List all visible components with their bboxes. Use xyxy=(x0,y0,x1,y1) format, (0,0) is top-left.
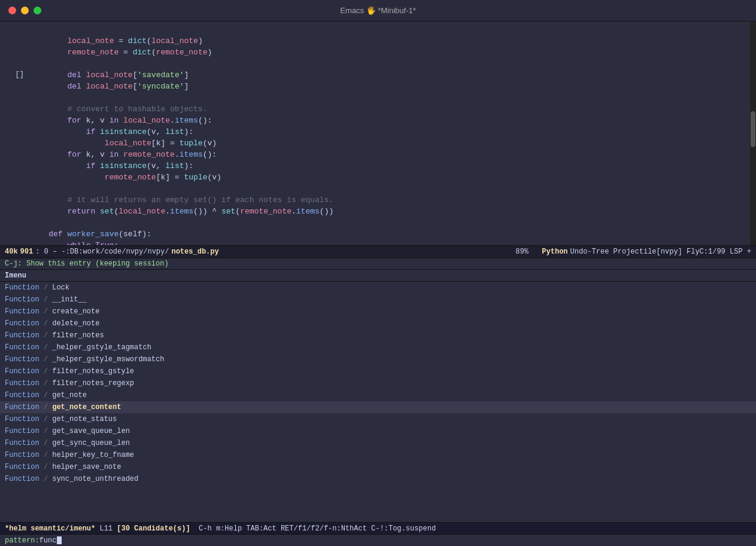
imenu-item-name: get_note_content xyxy=(52,403,121,411)
imenu-item-name: create_note xyxy=(52,307,99,316)
imenu-list-item[interactable]: Function / delete_note xyxy=(0,318,756,330)
imenu-list-item[interactable]: Function / get_save_queue_len xyxy=(0,425,756,437)
main-content: local_note = dict(local_note) remote_not… xyxy=(0,22,756,546)
imenu-item-name: filter_notes_regexp xyxy=(52,379,134,388)
helm-panel[interactable]: Function / LockFunction / __init__Functi… xyxy=(0,282,756,522)
code-line: # convert to hashable objects. xyxy=(0,103,756,115)
imenu-list-item[interactable]: Function / helper_save_note xyxy=(0,461,756,473)
close-button[interactable] xyxy=(8,7,16,14)
scrollbar[interactable] xyxy=(750,22,756,245)
imenu-list-item[interactable]: Function / Lock xyxy=(0,282,756,294)
echo-area: C-j: Show this entry (keeping session) xyxy=(0,258,756,270)
window-title: Emacs 🖐 *Minibuf-1* xyxy=(340,6,416,15)
imenu-list-item[interactable]: Function / get_sync_queue_len xyxy=(0,437,756,449)
imenu-item-name: get_sync_queue_len xyxy=(52,439,130,447)
imenu-item-separator: / xyxy=(40,391,53,399)
imenu-item-name: Lock xyxy=(52,283,69,292)
window-controls xyxy=(8,7,41,14)
helm-header-label: Imenu xyxy=(5,272,26,280)
imenu-item-separator: / xyxy=(40,307,53,316)
code-line: local_note[k] = tuple(v) xyxy=(0,138,756,149)
imenu-item-separator: / xyxy=(40,283,53,292)
imenu-list: Function / LockFunction / __init__Functi… xyxy=(0,282,756,485)
imenu-item-separator: / xyxy=(40,367,53,376)
imenu-item-type: Function xyxy=(5,427,40,435)
imenu-list-item[interactable]: Function / _helper_gstyle_tagmatch xyxy=(0,341,756,353)
imenu-item-type: Function xyxy=(5,331,40,340)
code-line xyxy=(0,183,756,194)
imenu-item-separator: / xyxy=(40,343,53,352)
scrollbar-thumb[interactable] xyxy=(751,111,755,147)
code-line: remote_note[k] = tuple(v) xyxy=(0,172,756,183)
code-line: for k, v in local_note.items(): xyxy=(0,115,756,126)
imenu-item-separator: / xyxy=(40,319,53,328)
cursor xyxy=(57,536,62,544)
imenu-item-separator: / xyxy=(40,355,53,364)
status-spacer2 xyxy=(531,248,539,256)
imenu-item-type: Function xyxy=(5,355,40,364)
imenu-item-name: delete_note xyxy=(52,319,99,328)
code-line: while True: xyxy=(0,240,756,245)
imenu-item-type: Function xyxy=(5,403,40,411)
imenu-item-separator: / xyxy=(40,403,53,411)
editor-area[interactable]: local_note = dict(local_note) remote_not… xyxy=(0,22,756,245)
code-line xyxy=(0,217,756,228)
imenu-list-item[interactable]: Function / __init__ xyxy=(0,294,756,306)
imenu-item-separator: / xyxy=(40,295,53,304)
title-bar: Emacs 🖐 *Minibuf-1* xyxy=(0,0,756,22)
imenu-item-separator: / xyxy=(40,451,53,459)
code-line: if isinstance(v, list): xyxy=(0,126,756,138)
imenu-item-type: Function xyxy=(5,475,40,483)
echo-text: C-j: Show this entry (keeping session) xyxy=(5,260,169,268)
code-line xyxy=(0,58,756,69)
imenu-list-item[interactable]: Function / sync_note_unthreaded xyxy=(0,473,756,485)
code-line: remote_note = dict(remote_note) xyxy=(0,47,756,58)
code-line: [] del local_note['savedate'] xyxy=(0,69,756,81)
imenu-item-type: Function xyxy=(5,367,40,376)
imenu-item-separator: / xyxy=(40,427,53,435)
helm-candidate-count: [30 Candidate(s)] xyxy=(117,524,190,533)
pattern-value: func xyxy=(40,536,57,545)
imenu-list-item[interactable]: Function / filter_notes_gstyle xyxy=(0,365,756,377)
imenu-item-name: _helper_gstyle_tagmatch xyxy=(52,343,151,352)
imenu-item-separator: / xyxy=(40,415,53,423)
imenu-item-type: Function xyxy=(5,463,40,471)
status-language: Python xyxy=(542,248,567,256)
imenu-item-name: _helper_gstyle_mswordmatch xyxy=(52,355,164,364)
imenu-item-type: Function xyxy=(5,343,40,352)
pattern-label: pattern: xyxy=(5,536,40,545)
code-line: del local_note['syncdate'] xyxy=(0,81,756,92)
imenu-list-item[interactable]: Function / get_note xyxy=(0,389,756,401)
imenu-list-item[interactable]: Function / _helper_gstyle_mswordmatch xyxy=(0,353,756,365)
imenu-item-type: Function xyxy=(5,415,40,423)
imenu-item-type: Function xyxy=(5,451,40,459)
maximize-button[interactable] xyxy=(34,7,41,14)
imenu-item-type: Function xyxy=(5,283,40,292)
code-line: return set(local_note.items()) ^ set(rem… xyxy=(0,206,756,217)
imenu-list-item[interactable]: Function / get_note_status xyxy=(0,413,756,425)
imenu-item-name: filter_notes xyxy=(52,331,104,340)
imenu-item-name: get_save_queue_len xyxy=(52,427,130,435)
imenu-item-separator: / xyxy=(40,439,53,447)
status-col: : 0 – -:DB:work/code/nvpy/nvpy/ xyxy=(35,248,169,256)
imenu-item-separator: / xyxy=(40,379,53,388)
pattern-line[interactable]: pattern: func xyxy=(0,534,756,546)
imenu-list-item[interactable]: Function / create_note xyxy=(0,306,756,318)
status-filename: notes_db.py xyxy=(171,248,218,256)
imenu-item-name: sync_note_unthreaded xyxy=(52,475,138,483)
code-line: if isinstance(v, list): xyxy=(0,160,756,172)
status-bar: 40k 901 : 0 – -:DB:work/code/nvpy/nvpy/ … xyxy=(0,245,756,258)
imenu-item-name: __init__ xyxy=(52,295,87,304)
status-percent: 89% xyxy=(515,248,529,256)
imenu-list-item[interactable]: Function / filter_notes_regexp xyxy=(0,377,756,389)
imenu-item-type: Function xyxy=(5,319,40,328)
imenu-list-item[interactable]: Function / get_note_content xyxy=(0,401,756,413)
imenu-item-name: get_note xyxy=(52,391,87,399)
imenu-list-item[interactable]: Function / helper_key_to_fname xyxy=(0,449,756,461)
imenu-item-name: helper_key_to_fname xyxy=(52,451,134,459)
minimize-button[interactable] xyxy=(21,7,29,14)
code-line: for k, v in remote_note.items(): xyxy=(0,149,756,160)
code-line: local_note = dict(local_note) xyxy=(0,35,756,47)
status-line-count: 40k xyxy=(5,248,18,256)
imenu-list-item[interactable]: Function / filter_notes xyxy=(0,330,756,341)
